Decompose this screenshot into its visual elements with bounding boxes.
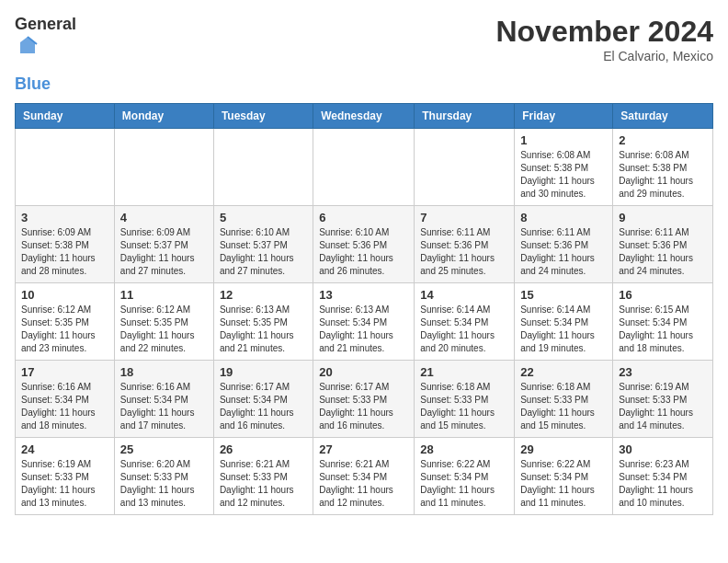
day-detail: Sunrise: 6:12 AM Sunset: 5:35 PM Dayligh… bbox=[120, 304, 208, 355]
calendar-cell: 24Sunrise: 6:19 AM Sunset: 5:33 PM Dayli… bbox=[16, 438, 115, 515]
logo-text-blue: Blue bbox=[15, 75, 51, 95]
day-number: 3 bbox=[21, 211, 108, 224]
calendar-cell: 30Sunrise: 6:23 AM Sunset: 5:34 PM Dayli… bbox=[613, 438, 713, 515]
logo-icon bbox=[17, 35, 39, 57]
calendar-cell: 26Sunrise: 6:21 AM Sunset: 5:33 PM Dayli… bbox=[213, 438, 313, 515]
calendar-cell bbox=[213, 129, 313, 206]
week-row-2: 3Sunrise: 6:09 AM Sunset: 5:38 PM Daylig… bbox=[16, 206, 713, 283]
weekday-header-friday: Friday bbox=[515, 104, 613, 129]
day-number: 10 bbox=[21, 288, 108, 302]
day-number: 30 bbox=[619, 442, 707, 456]
calendar-cell: 20Sunrise: 6:17 AM Sunset: 5:33 PM Dayli… bbox=[313, 361, 415, 438]
day-detail: Sunrise: 6:16 AM Sunset: 5:34 PM Dayligh… bbox=[120, 381, 208, 432]
day-number: 16 bbox=[619, 288, 707, 302]
day-detail: Sunrise: 6:08 AM Sunset: 5:38 PM Dayligh… bbox=[520, 149, 607, 201]
day-detail: Sunrise: 6:16 AM Sunset: 5:34 PM Dayligh… bbox=[21, 381, 108, 432]
calendar-cell: 7Sunrise: 6:11 AM Sunset: 5:36 PM Daylig… bbox=[415, 206, 515, 283]
day-detail: Sunrise: 6:23 AM Sunset: 5:34 PM Dayligh… bbox=[619, 458, 707, 510]
calendar-cell: 16Sunrise: 6:15 AM Sunset: 5:34 PM Dayli… bbox=[613, 283, 713, 361]
day-number: 6 bbox=[319, 211, 408, 224]
day-number: 4 bbox=[120, 211, 208, 224]
calendar-cell: 18Sunrise: 6:16 AM Sunset: 5:34 PM Dayli… bbox=[114, 361, 213, 438]
calendar-cell: 12Sunrise: 6:13 AM Sunset: 5:35 PM Dayli… bbox=[213, 283, 313, 361]
day-detail: Sunrise: 6:21 AM Sunset: 5:33 PM Dayligh… bbox=[220, 458, 307, 510]
calendar-cell: 13Sunrise: 6:13 AM Sunset: 5:34 PM Dayli… bbox=[313, 283, 415, 361]
calendar-cell: 14Sunrise: 6:14 AM Sunset: 5:34 PM Dayli… bbox=[415, 283, 515, 361]
calendar-cell: 1Sunrise: 6:08 AM Sunset: 5:38 PM Daylig… bbox=[515, 129, 613, 206]
day-detail: Sunrise: 6:18 AM Sunset: 5:33 PM Dayligh… bbox=[520, 381, 607, 432]
logo-text-general: General bbox=[15, 15, 76, 35]
calendar-cell: 2Sunrise: 6:08 AM Sunset: 5:38 PM Daylig… bbox=[613, 129, 713, 206]
day-detail: Sunrise: 6:12 AM Sunset: 5:35 PM Dayligh… bbox=[21, 304, 108, 355]
weekday-header-sunday: Sunday bbox=[16, 104, 115, 129]
day-detail: Sunrise: 6:14 AM Sunset: 5:34 PM Dayligh… bbox=[520, 304, 607, 355]
day-number: 24 bbox=[21, 442, 108, 456]
day-detail: Sunrise: 6:20 AM Sunset: 5:33 PM Dayligh… bbox=[120, 458, 208, 510]
calendar-cell: 25Sunrise: 6:20 AM Sunset: 5:33 PM Dayli… bbox=[114, 438, 213, 515]
day-number: 25 bbox=[120, 442, 208, 456]
day-number: 27 bbox=[319, 442, 408, 456]
day-detail: Sunrise: 6:10 AM Sunset: 5:36 PM Dayligh… bbox=[319, 226, 408, 278]
calendar-cell: 6Sunrise: 6:10 AM Sunset: 5:36 PM Daylig… bbox=[313, 206, 415, 283]
weekday-header-thursday: Thursday bbox=[415, 104, 515, 129]
weekday-header-row: SundayMondayTuesdayWednesdayThursdayFrid… bbox=[16, 104, 713, 129]
page-header: General Blue November 2024 El Calvario, … bbox=[15, 15, 713, 94]
weekday-header-monday: Monday bbox=[114, 104, 213, 129]
calendar-cell: 21Sunrise: 6:18 AM Sunset: 5:33 PM Dayli… bbox=[415, 361, 515, 438]
week-row-4: 17Sunrise: 6:16 AM Sunset: 5:34 PM Dayli… bbox=[16, 361, 713, 438]
weekday-header-wednesday: Wednesday bbox=[313, 104, 415, 129]
day-detail: Sunrise: 6:13 AM Sunset: 5:35 PM Dayligh… bbox=[220, 304, 307, 355]
weekday-header-tuesday: Tuesday bbox=[213, 104, 313, 129]
day-number: 9 bbox=[619, 211, 707, 224]
day-number: 18 bbox=[120, 365, 208, 379]
day-detail: Sunrise: 6:08 AM Sunset: 5:38 PM Dayligh… bbox=[619, 149, 707, 201]
week-row-5: 24Sunrise: 6:19 AM Sunset: 5:33 PM Dayli… bbox=[16, 438, 713, 515]
day-number: 1 bbox=[520, 133, 607, 147]
day-number: 28 bbox=[420, 442, 508, 456]
day-detail: Sunrise: 6:19 AM Sunset: 5:33 PM Dayligh… bbox=[619, 381, 707, 432]
calendar-cell: 15Sunrise: 6:14 AM Sunset: 5:34 PM Dayli… bbox=[515, 283, 613, 361]
day-detail: Sunrise: 6:13 AM Sunset: 5:34 PM Dayligh… bbox=[319, 304, 408, 355]
day-detail: Sunrise: 6:11 AM Sunset: 5:36 PM Dayligh… bbox=[520, 226, 607, 278]
day-number: 15 bbox=[520, 288, 607, 302]
calendar-cell: 19Sunrise: 6:17 AM Sunset: 5:34 PM Dayli… bbox=[213, 361, 313, 438]
calendar-cell: 27Sunrise: 6:21 AM Sunset: 5:34 PM Dayli… bbox=[313, 438, 415, 515]
day-number: 19 bbox=[220, 365, 307, 379]
calendar-cell: 28Sunrise: 6:22 AM Sunset: 5:34 PM Dayli… bbox=[415, 438, 515, 515]
calendar-table: SundayMondayTuesdayWednesdayThursdayFrid… bbox=[15, 103, 713, 515]
day-number: 7 bbox=[420, 211, 508, 224]
calendar-cell: 23Sunrise: 6:19 AM Sunset: 5:33 PM Dayli… bbox=[613, 361, 713, 438]
calendar-cell: 11Sunrise: 6:12 AM Sunset: 5:35 PM Dayli… bbox=[114, 283, 213, 361]
day-detail: Sunrise: 6:11 AM Sunset: 5:36 PM Dayligh… bbox=[619, 226, 707, 278]
weekday-header-saturday: Saturday bbox=[613, 104, 713, 129]
calendar-cell bbox=[313, 129, 415, 206]
day-detail: Sunrise: 6:11 AM Sunset: 5:36 PM Dayligh… bbox=[420, 226, 508, 278]
day-detail: Sunrise: 6:10 AM Sunset: 5:37 PM Dayligh… bbox=[220, 226, 307, 278]
day-number: 14 bbox=[420, 288, 508, 302]
day-detail: Sunrise: 6:15 AM Sunset: 5:34 PM Dayligh… bbox=[619, 304, 707, 355]
day-number: 23 bbox=[619, 365, 707, 379]
day-number: 2 bbox=[619, 133, 707, 147]
calendar-cell: 3Sunrise: 6:09 AM Sunset: 5:38 PM Daylig… bbox=[16, 206, 115, 283]
calendar-cell bbox=[114, 129, 213, 206]
calendar-cell: 10Sunrise: 6:12 AM Sunset: 5:35 PM Dayli… bbox=[16, 283, 115, 361]
day-number: 11 bbox=[120, 288, 208, 302]
day-number: 13 bbox=[319, 288, 408, 302]
day-number: 20 bbox=[319, 365, 408, 379]
calendar-cell: 17Sunrise: 6:16 AM Sunset: 5:34 PM Dayli… bbox=[16, 361, 115, 438]
day-number: 22 bbox=[520, 365, 607, 379]
day-number: 12 bbox=[220, 288, 307, 302]
calendar-cell: 29Sunrise: 6:22 AM Sunset: 5:34 PM Dayli… bbox=[515, 438, 613, 515]
week-row-3: 10Sunrise: 6:12 AM Sunset: 5:35 PM Dayli… bbox=[16, 283, 713, 361]
day-detail: Sunrise: 6:18 AM Sunset: 5:33 PM Dayligh… bbox=[420, 381, 508, 432]
day-number: 17 bbox=[21, 365, 108, 379]
day-number: 21 bbox=[420, 365, 508, 379]
calendar-cell bbox=[16, 129, 115, 206]
day-detail: Sunrise: 6:21 AM Sunset: 5:34 PM Dayligh… bbox=[319, 458, 408, 510]
day-number: 5 bbox=[220, 211, 307, 224]
day-detail: Sunrise: 6:14 AM Sunset: 5:34 PM Dayligh… bbox=[420, 304, 508, 355]
month-title: November 2024 bbox=[495, 15, 713, 49]
week-row-1: 1Sunrise: 6:08 AM Sunset: 5:38 PM Daylig… bbox=[16, 129, 713, 206]
day-detail: Sunrise: 6:22 AM Sunset: 5:34 PM Dayligh… bbox=[420, 458, 508, 510]
calendar-cell: 8Sunrise: 6:11 AM Sunset: 5:36 PM Daylig… bbox=[515, 206, 613, 283]
